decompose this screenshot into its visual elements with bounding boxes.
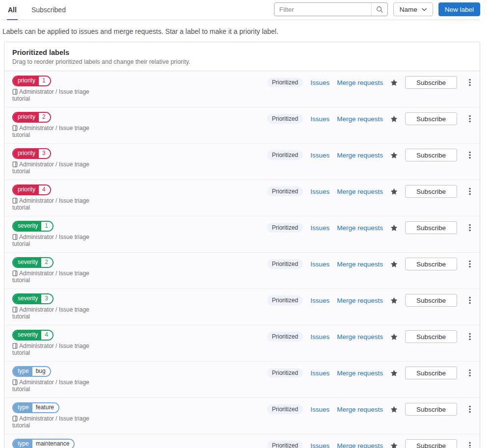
label-pill[interactable]: type feature: [12, 402, 59, 413]
label-pill[interactable]: priority 3: [12, 148, 51, 159]
subscribe-button[interactable]: Subscribe: [405, 367, 457, 379]
label-pill[interactable]: priority 4: [12, 184, 51, 195]
star-icon[interactable]: [390, 152, 398, 159]
label-row-actions: Prioritized Issues Merge requests Subscr…: [267, 257, 472, 270]
label-pill[interactable]: severity 1: [12, 221, 54, 232]
label-pill[interactable]: priority 2: [12, 112, 51, 123]
subscribe-button[interactable]: Subscribe: [405, 185, 457, 198]
subscribe-button[interactable]: Subscribe: [405, 258, 457, 270]
subscribe-button[interactable]: Subscribe: [405, 439, 457, 448]
filter-input[interactable]: [274, 3, 371, 16]
issues-link[interactable]: Issues: [310, 115, 329, 123]
vertical-ellipsis-glyph: [469, 187, 471, 195]
star-icon[interactable]: [390, 369, 398, 377]
issues-link[interactable]: Issues: [310, 369, 329, 377]
star-icon[interactable]: [390, 115, 398, 123]
subscribe-button[interactable]: Subscribe: [405, 149, 457, 161]
star-icon[interactable]: [390, 224, 398, 232]
kebab-menu-icon[interactable]: [468, 259, 472, 269]
issues-link[interactable]: Issues: [310, 261, 329, 268]
issues-link[interactable]: Issues: [310, 442, 329, 448]
label-row: severity 4 Administrator / Issue triage …: [4, 325, 480, 361]
star-icon[interactable]: [390, 79, 398, 86]
issues-link[interactable]: Issues: [310, 224, 329, 232]
star-filled-glyph: [390, 261, 398, 268]
merge-requests-link[interactable]: Merge requests: [337, 115, 383, 123]
issues-link[interactable]: Issues: [310, 188, 329, 195]
star-icon[interactable]: [390, 297, 398, 304]
project-path: Administrator / Issue triage tutorial: [12, 161, 109, 175]
label-pill[interactable]: type bug: [12, 366, 51, 377]
star-icon[interactable]: [390, 333, 398, 341]
label-pill[interactable]: type maintenance: [12, 439, 75, 448]
subscribe-button[interactable]: Subscribe: [405, 330, 457, 343]
kebab-menu-icon[interactable]: [468, 150, 472, 160]
issues-link[interactable]: Issues: [310, 79, 329, 86]
card-title: Prioritized labels: [12, 49, 472, 56]
label-pill[interactable]: severity 3: [12, 293, 54, 304]
project-path-text: Administrator / Issue triage tutorial: [12, 161, 89, 175]
kebab-menu-icon[interactable]: [468, 186, 472, 196]
project-icon: [12, 307, 18, 313]
label-row-left: severity 3 Administrator / Issue triage …: [12, 293, 109, 320]
kebab-menu-icon[interactable]: [468, 404, 472, 414]
label-scope: type: [13, 440, 32, 448]
project-icon: [12, 416, 18, 422]
tab-subscribed[interactable]: Subscribed: [30, 3, 67, 20]
merge-requests-link[interactable]: Merge requests: [337, 188, 383, 195]
label-row-actions: Prioritized Issues Merge requests Subscr…: [267, 293, 472, 307]
star-icon[interactable]: [390, 261, 398, 268]
subscribe-button[interactable]: Subscribe: [405, 403, 457, 416]
tab-all[interactable]: All: [7, 3, 18, 20]
sort-dropdown[interactable]: Name: [393, 2, 433, 16]
label-row-left: severity 2 Administrator / Issue triage …: [12, 257, 109, 284]
star-icon[interactable]: [390, 188, 398, 195]
merge-requests-link[interactable]: Merge requests: [337, 369, 383, 377]
new-label-button[interactable]: New label: [438, 2, 480, 16]
subscribe-button[interactable]: Subscribe: [405, 76, 457, 89]
kebab-menu-icon[interactable]: [468, 441, 472, 448]
vertical-ellipsis-glyph: [469, 260, 471, 268]
kebab-menu-icon[interactable]: [468, 114, 472, 124]
prioritized-badge: Prioritized: [267, 150, 303, 160]
labels-list: priority 1 Administrator / Issue triage …: [4, 71, 480, 448]
label-pill[interactable]: severity 2: [12, 257, 54, 268]
issues-link[interactable]: Issues: [310, 152, 329, 159]
merge-requests-link[interactable]: Merge requests: [337, 297, 383, 304]
merge-requests-link[interactable]: Merge requests: [337, 79, 383, 86]
project-path: Administrator / Issue triage tutorial: [12, 343, 109, 356]
prioritized-badge: Prioritized: [267, 259, 303, 269]
merge-requests-link[interactable]: Merge requests: [337, 333, 383, 341]
label-pill[interactable]: severity 4: [12, 330, 54, 341]
subscribe-button[interactable]: Subscribe: [405, 294, 457, 307]
search-icon[interactable]: [371, 3, 387, 16]
star-filled-glyph: [390, 442, 398, 448]
label-row-left: priority 3 Administrator / Issue triage …: [12, 148, 109, 175]
kebab-menu-icon[interactable]: [468, 295, 472, 305]
label-value: 3: [39, 149, 50, 158]
star-icon[interactable]: [390, 442, 398, 448]
star-icon[interactable]: [390, 406, 398, 413]
kebab-menu-icon[interactable]: [468, 78, 472, 87]
project-path-text: Administrator / Issue triage tutorial: [12, 343, 89, 356]
issues-link[interactable]: Issues: [310, 297, 329, 304]
merge-requests-link[interactable]: Merge requests: [337, 261, 383, 268]
merge-requests-link[interactable]: Merge requests: [337, 442, 383, 448]
issues-link[interactable]: Issues: [310, 406, 329, 413]
merge-requests-link[interactable]: Merge requests: [337, 406, 383, 413]
kebab-menu-icon[interactable]: [468, 223, 472, 233]
project-path: Administrator / Issue triage tutorial: [12, 234, 109, 247]
issues-link[interactable]: Issues: [310, 333, 329, 341]
project-path-text: Administrator / Issue triage tutorial: [12, 197, 89, 211]
star-filled-glyph: [390, 188, 398, 195]
merge-requests-link[interactable]: Merge requests: [337, 152, 383, 159]
label-pill[interactable]: priority 1: [12, 76, 51, 86]
label-row: type feature Administrator / Issue triag…: [4, 397, 480, 434]
merge-requests-link[interactable]: Merge requests: [337, 224, 383, 232]
subscribe-button[interactable]: Subscribe: [405, 221, 457, 234]
kebab-menu-icon[interactable]: [468, 332, 472, 342]
kebab-menu-icon[interactable]: [468, 368, 472, 378]
project-icon: [12, 234, 18, 240]
subscribe-button[interactable]: Subscribe: [405, 112, 457, 125]
project-path-text: Administrator / Issue triage tutorial: [12, 270, 89, 284]
